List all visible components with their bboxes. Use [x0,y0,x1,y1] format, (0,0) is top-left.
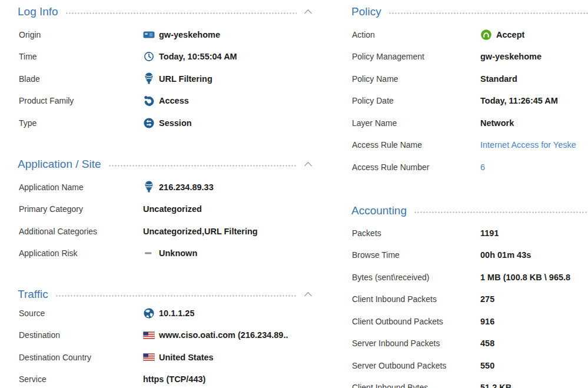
field-row-access-rule-number: Access Rule Number 6 [351,156,588,178]
field-value: 1 MB (100.8 KB \ 965.8 [480,273,570,282]
field-row-bytes-sent-received: Bytes (sent\received) 1 MB (100.8 KB \ 9… [351,266,588,288]
field-value: 00h 01m 43s [480,250,531,260]
field-label: Application Risk [18,248,143,258]
field-value: https (TCP/443) [143,374,205,384]
field-row-time: Time Today, 10:55:04 AM [18,46,314,68]
section-header-log-info: Log Info [18,4,314,20]
field-row-action: Action Accept [351,24,588,46]
field-label: Destination [18,330,143,340]
section-title: Log Info [18,5,58,18]
field-row-primary-category: Primary Category Uncategorized [18,198,314,221]
field-row-access-rule-name: Access Rule Name Internet Access for Yes… [351,134,588,157]
chevron-up-icon[interactable] [303,289,314,300]
field-value-text: Today, 10:55:04 AM [159,52,237,61]
field-value-text: 275 [480,294,494,304]
field-label: Layer Name [351,118,480,128]
field-row-destination-country: Destination Country United States [18,346,314,369]
log-details-left-column: Log Info Origin gw-yeskehome Time Today,… [18,0,314,388]
section-title: Accounting [351,204,407,217]
field-value: 916 [480,317,494,326]
field-row-policy-name: Policy Name Standard [351,68,588,90]
field-value-text: United States [159,353,214,362]
field-value: Standard [480,74,517,84]
field-value-text: Session [159,118,192,128]
field-row-destination: Destination www.ciso.oati.com (216.234.8… [18,324,314,347]
field-label: Type [18,118,143,128]
field-row-browse-time: Browse Time 00h 01m 43s [351,244,588,267]
url-filtering-icon [143,181,155,194]
field-value-text: Internet Access for Yeske [480,140,576,150]
field-value-text: https (TCP/443) [143,374,205,384]
field-value: Access [143,95,189,107]
field-label: Packets [351,228,480,238]
field-row-client-outbound-packets: Client Outbound Packets 916 [351,310,588,333]
field-value: 216.234.89.33 [143,181,214,194]
field-row-policy-management: Policy Management gw-yeskehome [351,46,588,68]
field-label: Product Family [18,96,143,105]
field-value: www.ciso.oati.com (216.234.89.. [143,330,288,340]
field-label: Source [18,309,143,318]
field-value: 550 [480,361,494,370]
field-label: Client Inbound Bytes [351,383,480,388]
field-value-text: Today, 11:26:45 AM [480,96,558,105]
field-value: Unknown [143,247,197,259]
field-row-additional-categories: Additional Categories Uncategorized,URL … [18,220,314,243]
field-value: Today, 10:55:04 AM [143,51,237,62]
chevron-up-icon[interactable] [303,6,314,18]
field-label: Bytes (sent\received) [351,273,480,282]
field-value-text: Unknown [159,248,197,258]
field-row-policy-date: Policy Date Today, 11:26:45 AM [351,90,588,112]
access-icon [143,95,155,107]
field-value: 458 [480,339,494,348]
field-label: Additional Categories [18,227,143,236]
section-title: Policy [351,5,381,18]
field-label: Client Outbound Packets [351,317,480,326]
url-filtering-icon [143,72,155,85]
section-rows-policy: Action Accept Policy Management gw-yeske… [351,24,588,178]
field-label: Access Rule Name [351,140,480,150]
dotted-leader [108,165,297,167]
field-value-text: Uncategorized,URL Filtering [143,227,258,236]
section-header-accounting: Accounting [351,203,588,219]
field-value: gw-yeskehome [480,52,542,61]
dotted-leader [65,12,297,14]
field-row-service: Service https (TCP/443) [18,369,314,388]
field-value-text: Accept [496,30,524,39]
field-row-origin: Origin gw-yeskehome [18,24,314,46]
field-row-source: Source 10.1.1.25 [18,302,314,324]
field-value-text: Standard [480,74,517,84]
access-rule-name-link[interactable]: Internet Access for Yeske [480,140,576,150]
field-row-application-risk: Application Risk Unknown [18,243,314,265]
section-rows-application-site: Application Name 216.234.89.33 Primary C… [18,176,314,264]
field-row-client-inbound-packets: Client Inbound Packets 275 [351,288,588,311]
field-row-server-outbound-packets: Server Outbound Packets 550 [351,354,588,377]
chevron-up-icon[interactable] [303,159,314,170]
field-value: Session [143,117,192,129]
field-row-layer-name: Layer Name Network [351,112,588,134]
field-label: Action [351,30,480,39]
dotted-leader [388,12,588,14]
us-flag-icon [143,331,155,339]
field-value: 1191 [480,228,499,238]
field-value-text: 10.1.1.25 [159,309,194,318]
field-label: Policy Date [351,96,480,105]
gateway-icon [143,29,155,41]
field-label: Policy Management [351,52,480,61]
section-title: Application / Site [18,158,101,171]
field-value-text: 916 [480,317,494,326]
field-label: Time [18,52,143,61]
field-label: Server Outbound Packets [351,361,480,370]
field-row-server-inbound-packets: Server Inbound Packets 458 [351,333,588,355]
field-value-text: 1 MB (100.8 KB \ 965.8 [480,273,570,282]
field-value-text: 216.234.89.33 [159,183,214,192]
risk-dash-icon [143,247,155,259]
field-value-text: Access [159,96,189,105]
field-value-text: 00h 01m 43s [480,250,531,260]
field-value: Today, 11:26:45 AM [480,96,558,105]
field-label: Origin [18,30,143,39]
field-row-blade: Blade URL Filtering [18,68,314,90]
field-value: 10.1.1.25 [143,307,194,319]
access-rule-number-link[interactable]: 6 [480,163,485,172]
field-value: gw-yeskehome [143,29,220,41]
section-header-policy: Policy [351,4,588,20]
